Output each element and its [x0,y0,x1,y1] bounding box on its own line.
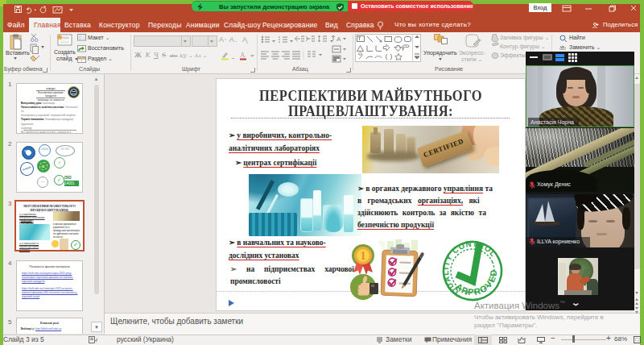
svg-text:А: А [240,51,246,59]
svg-text:1: 1 [360,250,365,262]
svg-text:А: А [336,35,341,43]
